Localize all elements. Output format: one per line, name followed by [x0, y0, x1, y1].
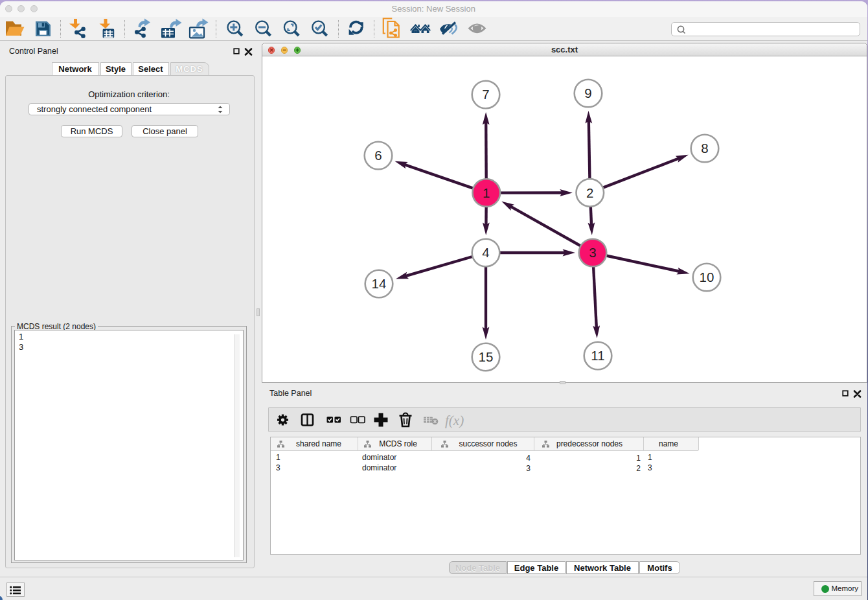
- svg-text:6: 6: [374, 148, 382, 163]
- svg-text:11: 11: [591, 348, 604, 363]
- svg-text:2: 2: [586, 185, 593, 200]
- svg-text:1: 1: [483, 185, 490, 200]
- svg-text:f(x): f(x): [445, 413, 464, 428]
- svg-text:14: 14: [372, 276, 387, 291]
- svg-text:10: 10: [700, 270, 714, 284]
- svg-text:9: 9: [584, 86, 591, 100]
- svg-text:3: 3: [589, 245, 596, 260]
- svg-text:8: 8: [701, 141, 708, 156]
- svg-text:7: 7: [482, 87, 489, 102]
- svg-text:15: 15: [479, 349, 494, 364]
- svg-text:4: 4: [482, 245, 489, 260]
